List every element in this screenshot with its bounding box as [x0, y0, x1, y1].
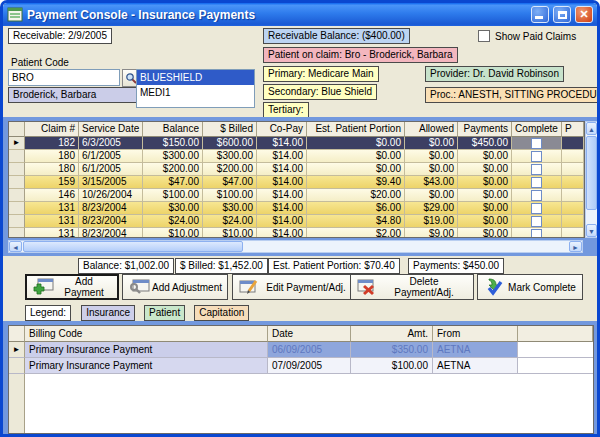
claims-row[interactable]: 1806/1/2005$200.00$200.00$14.00$0.00$0.0…: [9, 163, 584, 176]
complete-checkbox[interactable]: [531, 164, 542, 175]
payment-row-selector[interactable]: ►: [9, 342, 25, 358]
payment-row[interactable]: Primary Insurance Payment07/09/2005$100.…: [9, 358, 593, 374]
est-patient-portion: $0.00: [307, 150, 405, 163]
payment-amount: $350.00: [351, 342, 433, 358]
allowed: $19.00: [405, 215, 458, 228]
service-date: 8/23/2004: [79, 202, 143, 215]
add-payment-button[interactable]: Add Payment: [25, 274, 119, 300]
claim-number: 182: [25, 137, 79, 150]
claims-column-header: Allowed: [405, 122, 458, 137]
claim-number: 131: [25, 228, 79, 238]
claims-header-selector: [9, 122, 25, 137]
overflow-cell: [562, 150, 584, 163]
claims-row[interactable]: 1318/23/2004$30.00$30.00$14.00$6.00$29.0…: [9, 202, 584, 215]
billed: $300.00: [203, 150, 257, 163]
add-adjustment-button[interactable]: Add Adjustment: [122, 274, 228, 300]
claims-grid: Claim #Service DateBalance$ BilledCo-Pay…: [8, 121, 585, 238]
est-patient-portion: $6.00: [307, 202, 405, 215]
row-selector[interactable]: [9, 228, 25, 238]
legend-label: Legend:: [25, 305, 71, 321]
overflow-cell: [562, 228, 584, 238]
complete-checkbox[interactable]: [531, 216, 542, 227]
receivable-date-box: Receivable: 2/9/2005: [8, 28, 112, 44]
delete-payment-button[interactable]: Delete Payment/Adj.: [350, 274, 474, 300]
service-date: 6/3/2005: [79, 137, 143, 150]
allowed: $0.00: [405, 189, 458, 202]
horizontal-scroll-thumb[interactable]: [23, 241, 243, 252]
show-paid-claims: Show Paid Claims: [478, 30, 576, 42]
maximize-button[interactable]: [553, 6, 571, 23]
claims-row[interactable]: 14610/26/2004$100.00$100.00$14.00$20.00$…: [9, 189, 584, 202]
claims-row[interactable]: 1318/23/2004$24.00$24.00$14.00$4.80$19.0…: [9, 215, 584, 228]
provider-box: Provider: Dr. David Robinson: [425, 66, 564, 82]
insurance-option[interactable]: MEDI1: [137, 85, 254, 100]
allowed: $0.00: [405, 137, 458, 150]
claims-column-header: Service Date: [79, 122, 143, 137]
claims-row[interactable]: ►1826/3/2005$150.00$600.00$14.00$0.00$0.…: [9, 137, 584, 150]
delete-payment-icon: [355, 278, 379, 296]
edit-payment-button[interactable]: Edit Payment/Adj.: [232, 274, 356, 300]
claims-row[interactable]: 1593/15/2005$47.00$47.00$14.00$9.40$43.0…: [9, 176, 584, 189]
scroll-up-icon[interactable]: ▲: [586, 122, 597, 135]
row-selector[interactable]: [9, 202, 25, 215]
complete-checkbox[interactable]: [531, 190, 542, 201]
copay: $14.00: [257, 215, 307, 228]
billed: $600.00: [203, 137, 257, 150]
row-selector[interactable]: [9, 150, 25, 163]
service-date: 10/26/2004: [79, 189, 143, 202]
allowed: $0.00: [405, 163, 458, 176]
payments-column-header: Amt.: [351, 326, 433, 342]
edit-payment-label: Edit Payment/Adj.: [261, 282, 351, 293]
complete-cell: [512, 189, 562, 202]
vertical-scroll-thumb[interactable]: [586, 136, 597, 210]
patient-name-box: Broderick, Barbara: [8, 87, 140, 103]
row-selector[interactable]: ►: [9, 137, 25, 150]
complete-checkbox[interactable]: [531, 203, 542, 214]
row-selector[interactable]: [9, 189, 25, 202]
balance: $30.00: [143, 202, 203, 215]
scroll-right-icon[interactable]: ►: [569, 241, 582, 252]
service-date: 6/1/2005: [79, 150, 143, 163]
complete-cell: [512, 137, 562, 150]
insurance-option[interactable]: BLUESHIELD: [137, 70, 254, 85]
overflow-cell: [562, 176, 584, 189]
claims-grid-body: ►1826/3/2005$150.00$600.00$14.00$0.00$0.…: [9, 137, 584, 238]
billed: $24.00: [203, 215, 257, 228]
payment-amount: $100.00: [351, 358, 433, 374]
complete-checkbox[interactable]: [531, 229, 542, 239]
patient-code-input[interactable]: [8, 69, 120, 86]
scroll-left-icon[interactable]: ◄: [9, 241, 22, 252]
balance: $10.00: [143, 228, 203, 238]
est-patient-portion: $0.00: [307, 163, 405, 176]
row-selector[interactable]: [9, 215, 25, 228]
allowed: $0.00: [405, 150, 458, 163]
close-button[interactable]: ✕: [575, 6, 593, 23]
mark-complete-button[interactable]: Mark Complete: [477, 274, 583, 300]
complete-checkbox[interactable]: [531, 138, 542, 149]
claims-column-header: Est. Patient Portion: [307, 122, 405, 137]
copay: $14.00: [257, 150, 307, 163]
row-selector[interactable]: [9, 163, 25, 176]
scroll-down-icon[interactable]: ▼: [586, 224, 597, 237]
overflow-cell: [562, 202, 584, 215]
claims-row[interactable]: 1806/1/2005$300.00$300.00$14.00$0.00$0.0…: [9, 150, 584, 163]
minimize-button[interactable]: [531, 6, 549, 23]
legend-chip: Insurance: [81, 305, 135, 321]
payment-row[interactable]: ►Primary Insurance Payment06/09/2005$350…: [9, 342, 593, 358]
total-billed-box: $ Billed: $1,452.00: [175, 258, 268, 274]
payments-grid: Billing CodeDateAmt.From ►Primary Insura…: [8, 325, 594, 434]
claims-row[interactable]: 1318/23/2004$10.00$10.00$14.00$2.00$9.00…: [9, 228, 584, 238]
row-selector[interactable]: [9, 176, 25, 189]
complete-checkbox[interactable]: [531, 177, 542, 188]
complete-checkbox[interactable]: [531, 151, 542, 162]
claims-horizontal-scrollbar[interactable]: ◄ ►: [8, 240, 583, 253]
payment-row-selector[interactable]: [9, 358, 25, 374]
claims-vertical-scrollbar[interactable]: ▲ ▼: [585, 121, 598, 238]
payment-filler: [518, 358, 593, 374]
billing-code: Primary Insurance Payment: [25, 342, 268, 358]
service-date: 3/15/2005: [79, 176, 143, 189]
titlebar: Payment Console - Insurance Payments ✕: [3, 3, 597, 26]
edit-payment-icon: [237, 278, 261, 296]
show-paid-claims-checkbox[interactable]: [478, 30, 490, 42]
mark-complete-icon: [482, 278, 506, 296]
